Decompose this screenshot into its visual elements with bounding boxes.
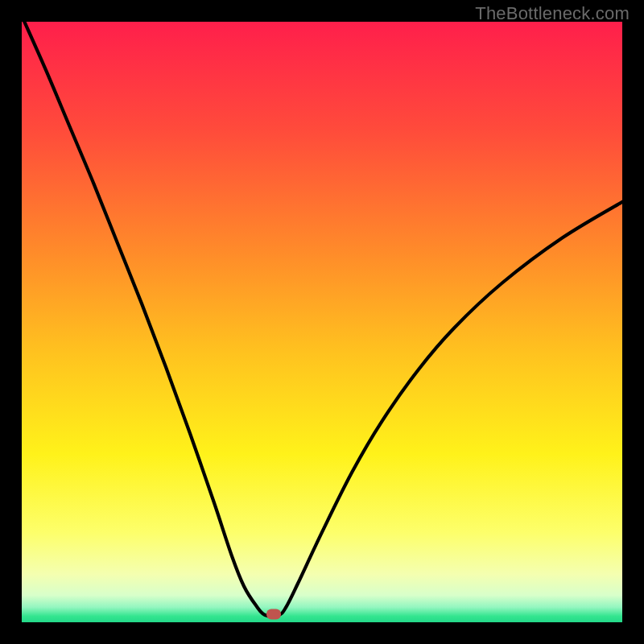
optimal-point-marker xyxy=(266,609,281,620)
chart-frame xyxy=(22,22,622,622)
watermark-text: TheBottleneck.com xyxy=(475,3,630,24)
chart-plot-area xyxy=(22,22,622,622)
bottleneck-curve xyxy=(22,22,622,622)
